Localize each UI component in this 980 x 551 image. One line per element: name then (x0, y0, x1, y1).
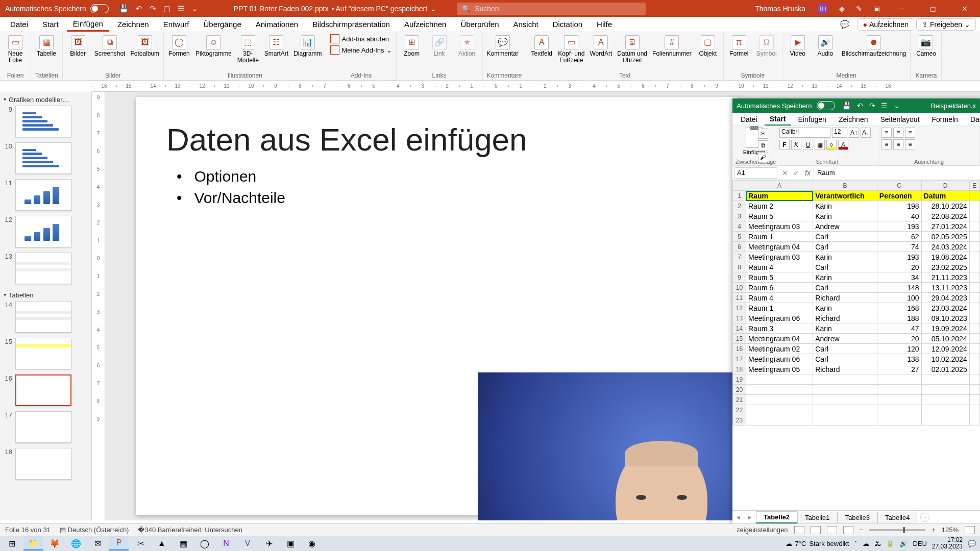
touch-icon[interactable]: ☰ (178, 4, 184, 13)
tab-datei[interactable]: Datei (4, 18, 34, 31)
section-header-a[interactable]: Grafiken modellier… (3, 94, 88, 106)
row-header[interactable]: 6 (733, 242, 746, 252)
row-header[interactable]: 1 (733, 191, 746, 201)
powerpoint-icon[interactable]: P (109, 536, 129, 550)
borders-icon[interactable]: ▦ (815, 140, 825, 150)
shrink-font-icon[interactable]: A↓ (861, 128, 871, 138)
cell[interactable]: Raum 4 (746, 293, 813, 303)
tab-entwurf[interactable]: Entwurf (157, 18, 195, 31)
video-button[interactable]: ▶Video (787, 34, 809, 57)
headerfooter-button[interactable]: ▭Kopf- und Fußzeile (558, 34, 584, 64)
cell[interactable]: Raum 2 (746, 201, 813, 211)
slide-thumb-15[interactable]: 15 (3, 338, 88, 369)
tab-uebergaenge[interactable]: Übergänge (198, 18, 248, 31)
cell[interactable]: 120 (877, 344, 921, 354)
cell[interactable]: Andrew (813, 221, 877, 232)
save-icon[interactable]: 💾 (119, 4, 129, 13)
maximize-button[interactable]: ◻ (923, 5, 943, 13)
zoom-out-icon[interactable]: − (860, 526, 864, 534)
cell[interactable]: Karin (813, 252, 877, 262)
user-avatar[interactable]: TH (817, 3, 828, 14)
cell[interactable]: 138 (877, 354, 921, 364)
xl-redo-icon[interactable]: ↷ (869, 102, 875, 110)
visio-icon[interactable]: V (238, 536, 257, 550)
smartart-button[interactable]: ☷SmartArt (264, 34, 288, 57)
cell[interactable]: 168 (877, 303, 921, 313)
xl-tab-seitenlayout[interactable]: Seitenlayout (875, 114, 924, 125)
link-button[interactable]: 🔗Link (428, 34, 451, 57)
normal-view-icon[interactable] (794, 526, 804, 534)
cell[interactable]: Raum 3 (746, 323, 813, 334)
present-icon[interactable]: ▢ (163, 4, 170, 13)
cell[interactable]: Raum 5 (746, 272, 813, 283)
formatpainter-icon[interactable]: 🖌 (758, 152, 768, 162)
datetime-button[interactable]: 🗓Datum und Uhrzeit (617, 34, 647, 64)
sheet-nav-prev[interactable]: ◂ (732, 513, 744, 521)
cell[interactable]: 188 (877, 313, 921, 323)
action-button[interactable]: ★Aktion (456, 34, 478, 57)
cell[interactable]: Karin (813, 211, 877, 221)
cell[interactable]: 21.11.2023 (921, 272, 969, 283)
autosave-toggle[interactable] (90, 4, 109, 13)
cell[interactable]: Meetingraum 05 (746, 364, 813, 374)
col-header[interactable]: E (969, 181, 979, 191)
cell[interactable]: 10.02.2024 (921, 354, 969, 364)
font-name-select[interactable]: Calibri (779, 128, 830, 138)
cancel-icon[interactable]: ✕ (779, 169, 791, 177)
comments-toggle-icon[interactable]: 💬 (835, 20, 855, 29)
row-header[interactable]: 3 (733, 211, 746, 221)
cell[interactable]: 27 (877, 364, 921, 374)
cell[interactable]: Karin (813, 323, 877, 334)
textbox-button[interactable]: ATextfeld (530, 34, 553, 57)
xl-autosave-toggle[interactable] (817, 101, 835, 110)
zoom-value[interactable]: 125% (942, 526, 959, 534)
cell[interactable]: Andrew (813, 334, 877, 344)
grow-font-icon[interactable]: A↑ (849, 128, 859, 138)
tab-dictation[interactable]: Dictation (547, 18, 589, 31)
object-button[interactable]: ▢Objekt (697, 34, 719, 57)
copy-icon[interactable]: ⧉ (758, 140, 768, 151)
xl-undo-icon[interactable]: ↶ (857, 102, 863, 110)
section-header-b[interactable]: Tabellen (3, 289, 88, 301)
cell[interactable]: Carl (813, 344, 877, 354)
cell[interactable]: Raum 1 (746, 232, 813, 242)
xl-touch-icon[interactable]: ☰ (881, 102, 888, 110)
cell[interactable]: Richard (813, 313, 877, 323)
cell[interactable]: Karin (813, 272, 877, 283)
align-center-icon[interactable]: ≡ (893, 139, 903, 149)
fillcolor-icon[interactable]: ◊ (826, 140, 837, 150)
row-header[interactable]: 20 (733, 385, 746, 395)
fx-icon[interactable]: fx (802, 169, 814, 177)
slide-counter[interactable]: Folie 16 von 31 (5, 526, 51, 534)
cell[interactable]: Meetingraum 04 (746, 242, 813, 252)
sorter-view-icon[interactable] (811, 526, 821, 534)
tab-zeichnen[interactable]: Zeichnen (111, 18, 155, 31)
cameo-button[interactable]: 📷Cameo (915, 34, 937, 57)
cell[interactable]: 74 (877, 242, 921, 252)
search-box[interactable]: 🔍 (457, 3, 646, 15)
xl-qat-more-icon[interactable]: ⌄ (894, 102, 900, 110)
network-icon[interactable]: 🖧 (874, 540, 881, 547)
xl-tab-formeln[interactable]: Formeln (927, 114, 963, 125)
cell[interactable]: Raum 1 (746, 303, 813, 313)
onedrive-icon[interactable]: ☁ (863, 540, 869, 547)
search-input[interactable] (475, 5, 641, 13)
bold-button[interactable]: F (779, 140, 790, 150)
excel-window[interactable]: Automatisches Speichern 💾 ↶ ↷ ☰ ⌄ Beispi… (732, 98, 980, 536)
cell[interactable]: 20 (877, 334, 921, 344)
cell[interactable]: Carl (813, 232, 877, 242)
row-header[interactable]: 15 (733, 334, 746, 344)
row-header[interactable]: 14 (733, 323, 746, 334)
vlc-icon[interactable]: ▲ (152, 536, 172, 550)
symbol-button[interactable]: ΩSymbol (755, 34, 778, 57)
fontcolor-icon[interactable]: A (838, 140, 848, 150)
fit-to-window-icon[interactable] (965, 526, 975, 534)
weather-widget[interactable]: ☁ 7°C Stark bewölkt (786, 540, 849, 547)
cell[interactable]: 12.09.2024 (921, 344, 969, 354)
cell[interactable]: 02.01.2025 (921, 364, 969, 374)
start-button[interactable]: ⊞ (2, 536, 21, 550)
my-addins-button[interactable]: Meine Add-Ins⌄ (330, 45, 391, 55)
header-cell[interactable]: Datum (921, 191, 969, 201)
row-header[interactable]: 22 (733, 405, 746, 415)
tab-ueberpruefen[interactable]: Überprüfen (454, 18, 505, 31)
